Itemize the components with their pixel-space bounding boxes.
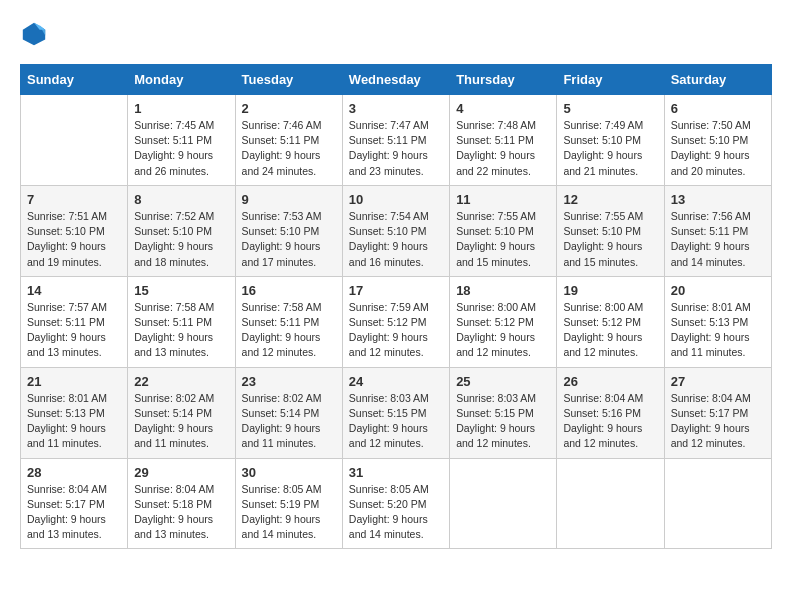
day-info: Sunrise: 8:03 AMSunset: 5:15 PMDaylight:… [349, 391, 443, 452]
calendar-empty-cell [557, 458, 664, 549]
weekday-header-sunday: Sunday [21, 65, 128, 95]
day-number: 27 [671, 374, 765, 389]
day-info: Sunrise: 8:02 AMSunset: 5:14 PMDaylight:… [134, 391, 228, 452]
calendar-week-row: 1Sunrise: 7:45 AMSunset: 5:11 PMDaylight… [21, 95, 772, 186]
calendar-day-8: 8Sunrise: 7:52 AMSunset: 5:10 PMDaylight… [128, 185, 235, 276]
day-number: 10 [349, 192, 443, 207]
day-info: Sunrise: 8:04 AMSunset: 5:16 PMDaylight:… [563, 391, 657, 452]
calendar-empty-cell [664, 458, 771, 549]
day-info: Sunrise: 7:45 AMSunset: 5:11 PMDaylight:… [134, 118, 228, 179]
weekday-header-wednesday: Wednesday [342, 65, 449, 95]
day-number: 3 [349, 101, 443, 116]
day-number: 4 [456, 101, 550, 116]
day-info: Sunrise: 7:58 AMSunset: 5:11 PMDaylight:… [134, 300, 228, 361]
day-info: Sunrise: 7:46 AMSunset: 5:11 PMDaylight:… [242, 118, 336, 179]
calendar-empty-cell [21, 95, 128, 186]
calendar-day-19: 19Sunrise: 8:00 AMSunset: 5:12 PMDayligh… [557, 276, 664, 367]
calendar-day-16: 16Sunrise: 7:58 AMSunset: 5:11 PMDayligh… [235, 276, 342, 367]
day-info: Sunrise: 8:01 AMSunset: 5:13 PMDaylight:… [27, 391, 121, 452]
calendar-day-18: 18Sunrise: 8:00 AMSunset: 5:12 PMDayligh… [450, 276, 557, 367]
calendar-day-7: 7Sunrise: 7:51 AMSunset: 5:10 PMDaylight… [21, 185, 128, 276]
calendar-header: SundayMondayTuesdayWednesdayThursdayFrid… [21, 65, 772, 95]
day-info: Sunrise: 7:58 AMSunset: 5:11 PMDaylight:… [242, 300, 336, 361]
day-number: 1 [134, 101, 228, 116]
calendar-day-20: 20Sunrise: 8:01 AMSunset: 5:13 PMDayligh… [664, 276, 771, 367]
weekday-header-row: SundayMondayTuesdayWednesdayThursdayFrid… [21, 65, 772, 95]
day-info: Sunrise: 7:47 AMSunset: 5:11 PMDaylight:… [349, 118, 443, 179]
calendar-day-25: 25Sunrise: 8:03 AMSunset: 5:15 PMDayligh… [450, 367, 557, 458]
calendar-week-row: 28Sunrise: 8:04 AMSunset: 5:17 PMDayligh… [21, 458, 772, 549]
day-number: 21 [27, 374, 121, 389]
calendar-day-2: 2Sunrise: 7:46 AMSunset: 5:11 PMDaylight… [235, 95, 342, 186]
day-number: 26 [563, 374, 657, 389]
weekday-header-monday: Monday [128, 65, 235, 95]
day-number: 30 [242, 465, 336, 480]
day-info: Sunrise: 7:50 AMSunset: 5:10 PMDaylight:… [671, 118, 765, 179]
day-number: 22 [134, 374, 228, 389]
day-number: 29 [134, 465, 228, 480]
day-number: 11 [456, 192, 550, 207]
calendar-day-1: 1Sunrise: 7:45 AMSunset: 5:11 PMDaylight… [128, 95, 235, 186]
calendar-day-23: 23Sunrise: 8:02 AMSunset: 5:14 PMDayligh… [235, 367, 342, 458]
calendar-day-21: 21Sunrise: 8:01 AMSunset: 5:13 PMDayligh… [21, 367, 128, 458]
day-number: 17 [349, 283, 443, 298]
day-number: 19 [563, 283, 657, 298]
day-info: Sunrise: 7:55 AMSunset: 5:10 PMDaylight:… [563, 209, 657, 270]
calendar-day-30: 30Sunrise: 8:05 AMSunset: 5:19 PMDayligh… [235, 458, 342, 549]
calendar-day-6: 6Sunrise: 7:50 AMSunset: 5:10 PMDaylight… [664, 95, 771, 186]
day-number: 28 [27, 465, 121, 480]
weekday-header-tuesday: Tuesday [235, 65, 342, 95]
day-info: Sunrise: 8:00 AMSunset: 5:12 PMDaylight:… [456, 300, 550, 361]
day-number: 20 [671, 283, 765, 298]
day-number: 16 [242, 283, 336, 298]
day-number: 25 [456, 374, 550, 389]
day-info: Sunrise: 7:57 AMSunset: 5:11 PMDaylight:… [27, 300, 121, 361]
day-info: Sunrise: 8:04 AMSunset: 5:17 PMDaylight:… [671, 391, 765, 452]
day-info: Sunrise: 7:53 AMSunset: 5:10 PMDaylight:… [242, 209, 336, 270]
calendar-empty-cell [450, 458, 557, 549]
day-info: Sunrise: 7:49 AMSunset: 5:10 PMDaylight:… [563, 118, 657, 179]
calendar-day-24: 24Sunrise: 8:03 AMSunset: 5:15 PMDayligh… [342, 367, 449, 458]
calendar-day-13: 13Sunrise: 7:56 AMSunset: 5:11 PMDayligh… [664, 185, 771, 276]
weekday-header-thursday: Thursday [450, 65, 557, 95]
day-info: Sunrise: 8:04 AMSunset: 5:18 PMDaylight:… [134, 482, 228, 543]
svg-marker-0 [23, 23, 45, 45]
calendar-day-11: 11Sunrise: 7:55 AMSunset: 5:10 PMDayligh… [450, 185, 557, 276]
calendar-day-31: 31Sunrise: 8:05 AMSunset: 5:20 PMDayligh… [342, 458, 449, 549]
day-number: 15 [134, 283, 228, 298]
day-info: Sunrise: 8:05 AMSunset: 5:20 PMDaylight:… [349, 482, 443, 543]
day-info: Sunrise: 7:48 AMSunset: 5:11 PMDaylight:… [456, 118, 550, 179]
day-info: Sunrise: 7:55 AMSunset: 5:10 PMDaylight:… [456, 209, 550, 270]
calendar-day-15: 15Sunrise: 7:58 AMSunset: 5:11 PMDayligh… [128, 276, 235, 367]
day-number: 8 [134, 192, 228, 207]
day-number: 24 [349, 374, 443, 389]
calendar-day-28: 28Sunrise: 8:04 AMSunset: 5:17 PMDayligh… [21, 458, 128, 549]
logo-icon [20, 20, 48, 48]
day-number: 5 [563, 101, 657, 116]
day-info: Sunrise: 8:04 AMSunset: 5:17 PMDaylight:… [27, 482, 121, 543]
day-info: Sunrise: 8:02 AMSunset: 5:14 PMDaylight:… [242, 391, 336, 452]
day-info: Sunrise: 7:51 AMSunset: 5:10 PMDaylight:… [27, 209, 121, 270]
day-info: Sunrise: 8:01 AMSunset: 5:13 PMDaylight:… [671, 300, 765, 361]
day-number: 31 [349, 465, 443, 480]
calendar-week-row: 7Sunrise: 7:51 AMSunset: 5:10 PMDaylight… [21, 185, 772, 276]
day-info: Sunrise: 8:05 AMSunset: 5:19 PMDaylight:… [242, 482, 336, 543]
day-number: 23 [242, 374, 336, 389]
calendar-table: SundayMondayTuesdayWednesdayThursdayFrid… [20, 64, 772, 549]
page-header [20, 20, 772, 48]
weekday-header-friday: Friday [557, 65, 664, 95]
calendar-body: 1Sunrise: 7:45 AMSunset: 5:11 PMDaylight… [21, 95, 772, 549]
weekday-header-saturday: Saturday [664, 65, 771, 95]
calendar-week-row: 21Sunrise: 8:01 AMSunset: 5:13 PMDayligh… [21, 367, 772, 458]
day-number: 2 [242, 101, 336, 116]
day-number: 9 [242, 192, 336, 207]
day-info: Sunrise: 7:59 AMSunset: 5:12 PMDaylight:… [349, 300, 443, 361]
day-number: 6 [671, 101, 765, 116]
calendar-day-14: 14Sunrise: 7:57 AMSunset: 5:11 PMDayligh… [21, 276, 128, 367]
day-info: Sunrise: 7:52 AMSunset: 5:10 PMDaylight:… [134, 209, 228, 270]
calendar-day-3: 3Sunrise: 7:47 AMSunset: 5:11 PMDaylight… [342, 95, 449, 186]
calendar-day-5: 5Sunrise: 7:49 AMSunset: 5:10 PMDaylight… [557, 95, 664, 186]
calendar-day-17: 17Sunrise: 7:59 AMSunset: 5:12 PMDayligh… [342, 276, 449, 367]
day-info: Sunrise: 8:03 AMSunset: 5:15 PMDaylight:… [456, 391, 550, 452]
day-number: 18 [456, 283, 550, 298]
